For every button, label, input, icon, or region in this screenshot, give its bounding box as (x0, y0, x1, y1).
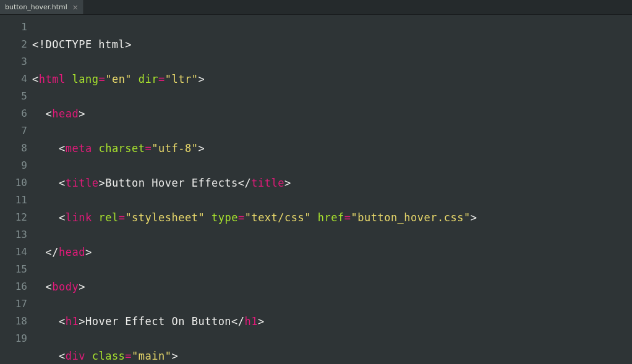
code-line: <!DOCTYPE html> (32, 36, 632, 53)
code-line: <body> (32, 278, 632, 295)
line-number: 12 (0, 209, 27, 226)
tab-title: button_hover.html (5, 3, 67, 11)
code-line: <head> (32, 105, 632, 122)
code-line: <h1>Hover Effect On Button</h1> (32, 313, 632, 330)
line-number: 13 (0, 226, 27, 243)
line-number: 17 (0, 295, 27, 313)
code-line: <div class="main"> (32, 347, 632, 364)
line-gutter: 1 2 3 4 5 6 7 8 9 10 11 12 13 14 15 16 1… (0, 15, 32, 364)
code-line: <title>Button Hover Effects</title> (32, 174, 632, 192)
line-number: 10 (0, 174, 27, 192)
code-line: <link rel="stylesheet" type="text/css" h… (32, 209, 632, 226)
line-number: 1 (0, 19, 27, 36)
code-line: <meta charset="utf-8"> (32, 140, 632, 157)
line-number: 19 (0, 330, 27, 347)
line-number: 5 (0, 88, 27, 105)
line-number: 11 (0, 192, 27, 209)
close-icon[interactable]: × (72, 3, 79, 12)
line-number: 18 (0, 313, 27, 330)
line-number: 2 (0, 36, 27, 53)
tab-bar: button_hover.html × (0, 0, 632, 15)
line-number: 7 (0, 122, 27, 140)
editor: 1 2 3 4 5 6 7 8 9 10 11 12 13 14 15 16 1… (0, 15, 632, 364)
code-line: <html lang="en" dir="ltr"> (32, 70, 632, 88)
line-number: 3 (0, 53, 27, 70)
line-number: 4 (0, 70, 27, 88)
line-number: 9 (0, 157, 27, 174)
line-number: 14 (0, 243, 27, 261)
code-line: </head> (32, 243, 632, 261)
code-area[interactable]: <!DOCTYPE html> <html lang="en" dir="ltr… (32, 15, 632, 364)
tab-file[interactable]: button_hover.html × (0, 0, 84, 14)
line-number: 16 (0, 278, 27, 295)
line-number: 15 (0, 261, 27, 278)
line-number: 6 (0, 105, 27, 122)
line-number: 8 (0, 140, 27, 157)
